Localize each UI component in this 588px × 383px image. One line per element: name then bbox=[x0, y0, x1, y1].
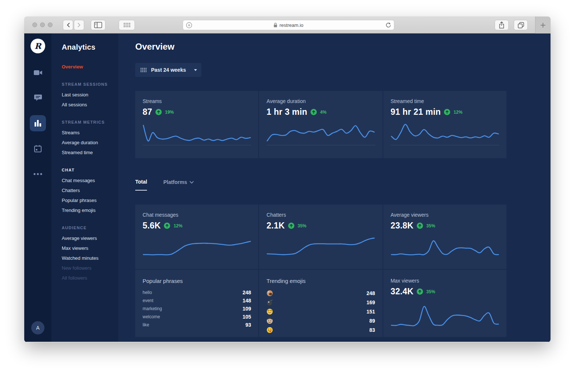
list-title: Popular phrases bbox=[143, 278, 251, 284]
rail-item-chat[interactable] bbox=[30, 90, 46, 106]
section-header-chat: CHAT bbox=[62, 168, 118, 172]
reader-add-icon[interactable] bbox=[186, 22, 192, 28]
card-streamed-time[interactable]: Streamed time 91 hr 21 min 12% bbox=[383, 91, 506, 158]
calendar-grid-icon bbox=[140, 68, 147, 72]
trend-up-badge bbox=[417, 288, 423, 295]
tab-platforms[interactable]: Platforms bbox=[163, 179, 194, 191]
phrase-text: welcome bbox=[143, 314, 160, 319]
toolbar-right bbox=[495, 20, 528, 30]
back-button[interactable] bbox=[63, 20, 73, 30]
zoom-window-button[interactable] bbox=[48, 22, 53, 27]
change-percent: 35% bbox=[298, 223, 306, 228]
section-header-stream-sessions: STREAM SESSIONS bbox=[62, 82, 118, 86]
chat-messages-sparkline bbox=[143, 236, 251, 259]
sidebar-item-all-sessions[interactable]: All sessions bbox=[62, 100, 118, 110]
phrase-count: 248 bbox=[243, 290, 251, 295]
share-icon bbox=[499, 21, 505, 29]
sidebar-item-max-viewers[interactable]: Max viewers bbox=[62, 243, 118, 253]
card-streams[interactable]: Streams 87 19% bbox=[135, 91, 258, 158]
card-value: 2.1K bbox=[266, 221, 284, 231]
emoji-count: 151 bbox=[366, 309, 375, 315]
sidebar-item-last-session[interactable]: Last session bbox=[62, 90, 118, 100]
sidebar-item-trending-emojis[interactable]: Trending emojis bbox=[62, 205, 118, 215]
card-chatters[interactable]: Chatters 2.1K 35% bbox=[259, 205, 382, 269]
chat-tabs: Total Platforms bbox=[135, 179, 551, 191]
restream-logo[interactable]: R bbox=[31, 39, 45, 53]
reload-button[interactable] bbox=[386, 22, 391, 28]
minimize-window-button[interactable] bbox=[40, 22, 45, 27]
share-button[interactable] bbox=[495, 20, 509, 30]
chat-bubble-icon bbox=[34, 95, 42, 102]
card-label: Max viewers bbox=[391, 278, 499, 284]
rail-item-events[interactable] bbox=[30, 141, 46, 157]
card-label: Chat messages bbox=[143, 212, 251, 218]
sidebar-item-average-viewers[interactable]: Average viewers bbox=[62, 233, 118, 243]
address-bar[interactable]: restream.io bbox=[183, 20, 394, 30]
card-value: 23.8K bbox=[391, 221, 413, 231]
date-range-selector[interactable]: Past 24 weeks bbox=[135, 63, 201, 77]
analytics-sidebar: Analytics Overview STREAM SESSIONS Last … bbox=[51, 33, 118, 342]
card-trending-emojis[interactable]: Trending emojis 248 bbox=[259, 270, 382, 337]
sidebar-item-streams[interactable]: Streams bbox=[62, 128, 118, 138]
close-window-button[interactable] bbox=[32, 22, 37, 27]
tab-total[interactable]: Total bbox=[135, 179, 147, 191]
change-percent: 35% bbox=[426, 223, 435, 228]
card-label: Average duration bbox=[266, 98, 375, 104]
card-popular-phrases[interactable]: Popular phrases hello248 event148 market… bbox=[135, 270, 258, 337]
emoji-row: 83 bbox=[266, 325, 375, 334]
trend-up-badge bbox=[164, 223, 170, 229]
card-value: 5.6K bbox=[143, 221, 161, 231]
emoji-count: 83 bbox=[369, 327, 375, 333]
card-value: 32.4K bbox=[391, 287, 413, 297]
sidebar-item-average-duration[interactable]: Average duration bbox=[62, 138, 118, 148]
pogchamp-emote-icon bbox=[266, 290, 273, 297]
card-label: Streams bbox=[143, 98, 251, 104]
sidebar-item-chat-messages[interactable]: Chat messages bbox=[62, 175, 118, 185]
phrase-row: event148 bbox=[143, 297, 251, 305]
section-header-audience: AUDIENCE bbox=[62, 226, 118, 230]
card-max-viewers[interactable]: Max viewers 32.4K 35% bbox=[383, 270, 506, 337]
card-value: 1 hr 3 min bbox=[266, 107, 307, 117]
tab-overview-button[interactable] bbox=[119, 20, 135, 30]
average-viewers-sparkline bbox=[391, 236, 499, 259]
tongue-out-emote-icon bbox=[266, 327, 273, 333]
chatters-sparkline bbox=[266, 236, 375, 259]
sidebar-item-watched-minutes[interactable]: Watched minutes bbox=[62, 253, 118, 263]
forward-button[interactable] bbox=[74, 20, 84, 30]
bar-chart-icon bbox=[34, 120, 42, 127]
phrase-row: marketing109 bbox=[143, 305, 251, 313]
card-chat-messages[interactable]: Chat messages 5.6K 12% bbox=[135, 205, 258, 269]
up-arrow-icon bbox=[445, 110, 449, 114]
sidebar-toggle-button[interactable] bbox=[91, 20, 105, 30]
sidebar-item-popular-phrases[interactable]: Popular phrases bbox=[62, 195, 118, 205]
change-percent: 12% bbox=[173, 223, 182, 228]
rail-item-more[interactable] bbox=[30, 166, 46, 182]
sidebar-icon bbox=[94, 22, 102, 28]
page-title: Overview bbox=[135, 42, 551, 52]
phrase-count: 109 bbox=[243, 306, 251, 312]
card-average-duration[interactable]: Average duration 1 hr 3 min 4% bbox=[259, 91, 382, 158]
plus-icon bbox=[540, 22, 546, 28]
card-label: Average viewers bbox=[391, 212, 499, 218]
phrase-count: 93 bbox=[245, 322, 251, 328]
list-title: Trending emojis bbox=[266, 278, 375, 284]
card-average-viewers[interactable]: Average viewers 23.8K 35% bbox=[383, 205, 506, 269]
url-text: restream.io bbox=[183, 22, 394, 28]
sidebar-item-streamed-time[interactable]: Streamed time bbox=[62, 148, 118, 157]
up-arrow-icon bbox=[418, 224, 422, 228]
up-arrow-icon bbox=[312, 110, 316, 114]
user-avatar[interactable]: A bbox=[31, 321, 44, 334]
sidebar-item-overview[interactable]: Overview bbox=[62, 62, 118, 72]
card-value: 87 bbox=[143, 107, 152, 117]
chevron-right-icon bbox=[77, 22, 81, 28]
sidebar-item-chatters[interactable]: Chatters bbox=[62, 185, 118, 195]
trend-up-badge bbox=[311, 109, 317, 115]
rail-item-stream[interactable] bbox=[30, 64, 46, 81]
show-tabs-button[interactable] bbox=[514, 20, 528, 30]
main-content: Overview Past 24 weeks St bbox=[118, 33, 551, 342]
up-arrow-icon bbox=[418, 290, 422, 294]
rail-item-analytics[interactable] bbox=[30, 115, 46, 131]
bomb-emote-icon bbox=[266, 299, 273, 306]
video-camera-icon bbox=[34, 70, 42, 75]
new-tab-button[interactable] bbox=[535, 17, 551, 33]
